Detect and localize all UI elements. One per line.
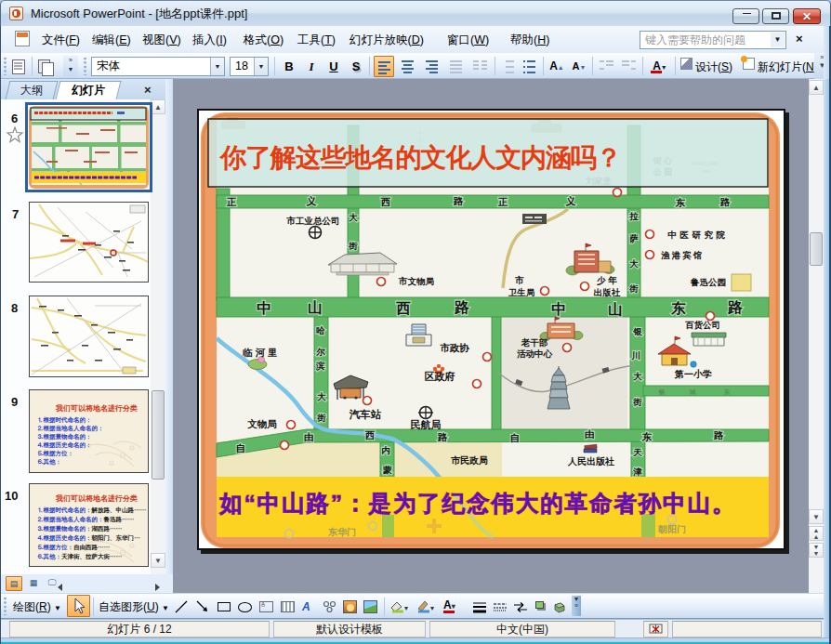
svg-text:义: 义 bbox=[306, 195, 317, 206]
svg-text:出版社: 出版社 bbox=[594, 287, 621, 297]
svg-text:东: 东 bbox=[670, 300, 686, 316]
svg-text:⒋根据历史命名的：: ⒋根据历史命名的： bbox=[37, 441, 92, 449]
svg-text:中医研究院: 中医研究院 bbox=[668, 230, 729, 240]
svg-text:畅: 畅 bbox=[659, 388, 666, 396]
svg-text:大: 大 bbox=[633, 371, 642, 381]
svg-text:街: 街 bbox=[632, 397, 642, 407]
svg-text:市政协: 市政协 bbox=[440, 342, 469, 353]
svg-text:我们可以将地名进行分类: 我们可以将地名进行分类 bbox=[55, 403, 138, 413]
svg-text:路: 路 bbox=[719, 196, 731, 207]
svg-text:东: 东 bbox=[641, 431, 653, 442]
svg-text:大: 大 bbox=[349, 212, 358, 222]
svg-text:路: 路 bbox=[454, 299, 469, 315]
svg-text:渔港宾馆: 渔港宾馆 bbox=[661, 250, 704, 260]
svg-text:⒉根据当地名人命名的：鲁迅路⋯⋯: ⒉根据当地名人命名的：鲁迅路⋯⋯ bbox=[37, 516, 135, 523]
svg-text:东: 东 bbox=[675, 197, 686, 208]
svg-text:山: 山 bbox=[608, 301, 623, 317]
svg-text:第一小学: 第一小学 bbox=[674, 369, 712, 379]
svg-text:⒍其他：: ⒍其他： bbox=[37, 458, 61, 466]
svg-text:人民出版社: 人民出版社 bbox=[567, 456, 614, 467]
svg-text:由: 由 bbox=[304, 431, 314, 442]
svg-text:义: 义 bbox=[565, 195, 576, 206]
svg-text:正: 正 bbox=[227, 196, 237, 207]
svg-text:路: 路 bbox=[713, 429, 724, 440]
svg-text:滨: 滨 bbox=[315, 361, 325, 371]
svg-text:⒋根据历史命名的：朝阳门、东华门⋯: ⒋根据历史命名的：朝阳门、东华门⋯ bbox=[37, 534, 140, 542]
svg-text:中: 中 bbox=[257, 300, 271, 316]
svg-text:市民政局: 市民政局 bbox=[451, 455, 488, 466]
svg-text:由: 由 bbox=[585, 428, 595, 440]
svg-text:文物局: 文物局 bbox=[247, 418, 277, 429]
svg-text:天: 天 bbox=[632, 447, 642, 457]
svg-text:山: 山 bbox=[308, 299, 323, 315]
svg-text:东华门: 东华门 bbox=[327, 527, 356, 537]
svg-text:川: 川 bbox=[630, 350, 640, 361]
svg-text:拉: 拉 bbox=[628, 211, 639, 221]
svg-text:⒊根据景物命名的：: ⒊根据景物命名的： bbox=[37, 433, 92, 440]
svg-text:街: 街 bbox=[628, 283, 639, 294]
svg-text:活动中心: 活动中心 bbox=[517, 348, 553, 359]
svg-text:中: 中 bbox=[551, 301, 566, 317]
svg-text:路: 路 bbox=[437, 431, 448, 442]
svg-text:萨: 萨 bbox=[629, 233, 639, 243]
svg-text:街: 街 bbox=[316, 413, 326, 423]
svg-text:内: 内 bbox=[381, 445, 390, 455]
svg-text:市文物局: 市文物局 bbox=[398, 276, 435, 286]
svg-text:卫生局: 卫生局 bbox=[508, 287, 535, 297]
svg-text:大: 大 bbox=[629, 258, 639, 269]
svg-text:你了解这些地名的文化人文内涵吗？: 你了解这些地名的文化人文内涵吗？ bbox=[219, 143, 622, 172]
svg-text:鲁迅公园: 鲁迅公园 bbox=[690, 277, 726, 287]
svg-text:自: 自 bbox=[236, 442, 246, 453]
svg-text:市工业总公司: 市工业总公司 bbox=[286, 216, 340, 226]
svg-text:路: 路 bbox=[453, 195, 464, 206]
svg-text:⒉根据当地名人命名的：: ⒉根据当地名人命名的： bbox=[37, 425, 104, 432]
svg-text:尔: 尔 bbox=[315, 347, 325, 357]
svg-text:市: 市 bbox=[514, 275, 524, 285]
svg-text:大: 大 bbox=[317, 391, 326, 401]
svg-text:百货公司: 百货公司 bbox=[685, 320, 720, 330]
svg-text:⒍其他：天津街、拉萨大街⋯⋯: ⒍其他：天津街、拉萨大街⋯⋯ bbox=[37, 553, 123, 560]
svg-text:⒈根据时代命名的：: ⒈根据时代命名的： bbox=[37, 416, 92, 424]
svg-text:朝阳门: 朝阳门 bbox=[657, 524, 686, 534]
svg-text:少 年: 少 年 bbox=[596, 275, 617, 285]
svg-text:▾: ▾ bbox=[430, 604, 434, 612]
svg-text:民航局: 民航局 bbox=[411, 419, 442, 430]
svg-text:西: 西 bbox=[380, 196, 391, 207]
svg-text:⒌根据方位：自由西路⋯⋯: ⒌根据方位：自由西路⋯⋯ bbox=[37, 544, 111, 551]
svg-text:自: 自 bbox=[510, 432, 521, 443]
svg-text:如“中山路”：是为了纪念伟大的革命者孙中山。: 如“中山路”：是为了纪念伟大的革命者孙中山。 bbox=[218, 491, 736, 516]
svg-text:银: 银 bbox=[632, 326, 642, 336]
svg-text:西: 西 bbox=[395, 300, 411, 316]
svg-text:哈: 哈 bbox=[316, 325, 325, 335]
svg-text:▾: ▾ bbox=[404, 604, 408, 612]
svg-text:城: 城 bbox=[689, 388, 696, 395]
svg-text:老干部: 老干部 bbox=[521, 337, 548, 348]
svg-text:西: 西 bbox=[364, 429, 376, 440]
svg-text:津: 津 bbox=[632, 467, 642, 477]
svg-text:正: 正 bbox=[498, 196, 508, 207]
svg-text:路: 路 bbox=[727, 299, 743, 315]
svg-text:汽车站: 汽车站 bbox=[349, 409, 382, 420]
svg-text:街: 街 bbox=[348, 241, 358, 251]
svg-text:我们可以将地名进行分类: 我们可以将地名进行分类 bbox=[55, 493, 138, 503]
svg-text:临 河 里: 临 河 里 bbox=[243, 347, 277, 358]
svg-text:⒈根据时代命名的：解放路、中山路⋯⋯: ⒈根据时代命名的：解放路、中山路⋯⋯ bbox=[37, 506, 147, 514]
svg-text:蒙: 蒙 bbox=[382, 465, 392, 475]
svg-text:⒌根据方位：: ⒌根据方位： bbox=[37, 450, 73, 457]
svg-text:东: 东 bbox=[723, 388, 731, 396]
svg-text:区政府: 区政府 bbox=[425, 371, 455, 382]
svg-text:⒊根据景物命名的：湖西路⋯⋯: ⒊根据景物命名的：湖西路⋯⋯ bbox=[37, 525, 123, 532]
